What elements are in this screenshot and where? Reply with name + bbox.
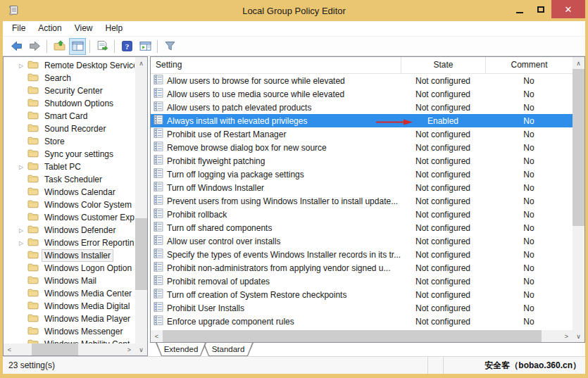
- folder-icon: [27, 339, 39, 344]
- tree-item[interactable]: ▷ Search: [4, 72, 135, 84]
- policy-row[interactable]: Prohibit use of Restart Manager Not conf…: [151, 127, 573, 141]
- tree-hscroll-thumb[interactable]: [32, 344, 78, 355]
- tree-item[interactable]: ▷ Sound Recorder: [4, 122, 135, 135]
- filter-button[interactable]: [161, 38, 178, 55]
- menu-item[interactable]: View: [68, 21, 99, 36]
- policy-row[interactable]: Turn off creation of System Restore chec…: [151, 288, 573, 301]
- policy-row[interactable]: Prohibit flyweight patching Not configur…: [151, 154, 573, 168]
- column-header-state[interactable]: State: [401, 57, 485, 73]
- tree-item[interactable]: ▷ Windows Media Digital: [4, 300, 135, 313]
- close-button[interactable]: ✕: [551, 0, 585, 18]
- list-vscroll-thumb[interactable]: [573, 69, 584, 226]
- policy-row[interactable]: Turn off shared components Not configure…: [151, 221, 573, 234]
- tree-item[interactable]: ▷ Windows Color System: [4, 199, 135, 211]
- tree-item[interactable]: ▷ Remote Desktop Service: [4, 59, 135, 72]
- tree-item[interactable]: ▷ Task Scheduler: [4, 173, 135, 186]
- list-header: Setting State Comment: [151, 57, 573, 74]
- tree-item[interactable]: ▷ Windows Installer: [4, 249, 135, 262]
- tree-item[interactable]: ▷ Windows Media Center: [4, 287, 135, 300]
- export-list-button[interactable]: [94, 38, 111, 55]
- tree-item[interactable]: ▷ Windows Mail: [4, 275, 135, 287]
- tree-item-label: Windows Logon Option: [44, 263, 132, 273]
- tree-horizontal-scrollbar[interactable]: < >: [4, 344, 135, 355]
- policy-setting-icon: [154, 302, 163, 314]
- policy-setting-icon: [154, 182, 163, 194]
- row-state: Not configured: [401, 103, 485, 113]
- scroll-right-icon[interactable]: >: [123, 344, 135, 355]
- view-tab[interactable]: Extended: [156, 343, 206, 356]
- policy-row[interactable]: Prohibit User Installs Not configured No: [151, 301, 573, 315]
- tree-item-label: Smart Card: [44, 111, 87, 121]
- list-hscroll-thumb[interactable]: [163, 330, 542, 342]
- scroll-up-icon[interactable]: ∧: [135, 57, 147, 69]
- list-horizontal-scrollbar[interactable]: < >: [151, 330, 573, 342]
- policy-row[interactable]: Allow users to patch elevated products N…: [151, 101, 573, 114]
- tree-item[interactable]: ▷ Windows Messenger: [4, 325, 135, 338]
- minimize-button[interactable]: [509, 0, 530, 18]
- policy-row[interactable]: Remove browse dialog box for new source …: [151, 141, 573, 154]
- tree-item[interactable]: ▷ Security Center: [4, 84, 135, 97]
- tree-item[interactable]: ▷ Windows Customer Exp: [4, 211, 135, 224]
- maximize-button[interactable]: [530, 0, 551, 18]
- up-one-level-button[interactable]: [51, 38, 68, 55]
- row-setting: Allow users to use media source while el…: [167, 89, 344, 99]
- show-console-tree-button[interactable]: [69, 38, 86, 55]
- scroll-left-icon[interactable]: <: [151, 330, 163, 342]
- policy-row[interactable]: Allow users to use media source while el…: [151, 87, 573, 101]
- tree-item[interactable]: ▷ Smart Card: [4, 110, 135, 122]
- column-header-comment[interactable]: Comment: [485, 57, 573, 73]
- row-setting: Remove browse dialog box for new source: [167, 143, 327, 153]
- policy-row[interactable]: Prohibit removal of updates Not configur…: [151, 275, 573, 288]
- policy-row[interactable]: Turn off Windows Installer Not configure…: [151, 181, 573, 194]
- row-comment: No: [485, 317, 573, 327]
- policy-row[interactable]: Enforce upgrade component rules Not conf…: [151, 315, 573, 328]
- policy-row[interactable]: Prevent users from using Windows Install…: [151, 194, 573, 208]
- policy-row[interactable]: Turn off logging via package settings No…: [151, 168, 573, 181]
- menu-item[interactable]: Help: [99, 21, 130, 36]
- tree-item[interactable]: ▷ Windows Logon Option: [4, 262, 135, 275]
- tree-item[interactable]: ▷ Windows Calendar: [4, 186, 135, 199]
- policy-row[interactable]: Allow user control over installs Not con…: [151, 234, 573, 248]
- show-action-pane-button[interactable]: [137, 38, 154, 55]
- tree-item-label: Windows Media Player: [44, 314, 130, 324]
- tree-item[interactable]: ▷ Store: [4, 135, 135, 148]
- menu-item[interactable]: Action: [32, 21, 68, 36]
- row-setting: Allow user control over installs: [167, 237, 280, 246]
- scroll-down-icon[interactable]: ∨: [573, 330, 584, 342]
- view-tab[interactable]: Standard: [203, 343, 254, 356]
- tree-vscroll-thumb[interactable]: [135, 218, 147, 290]
- policy-row[interactable]: Prohibit rollback Not configured No: [151, 208, 573, 221]
- help-button[interactable]: ?: [118, 38, 135, 55]
- policy-row[interactable]: Allow users to browse for source while e…: [151, 74, 573, 87]
- scroll-down-icon[interactable]: ∨: [135, 344, 147, 355]
- scroll-up-icon[interactable]: ∧: [573, 57, 584, 69]
- folder-icon: [27, 237, 39, 248]
- chevron-right-icon[interactable]: ▷: [19, 164, 27, 170]
- chevron-right-icon[interactable]: ▷: [19, 227, 27, 234]
- back-button[interactable]: [8, 38, 25, 55]
- folder-icon: [27, 225, 39, 236]
- tree-item[interactable]: ▷ Windows Error Reportin: [4, 237, 135, 249]
- tree-item[interactable]: ▷ Windows Media Player: [4, 313, 135, 325]
- policy-row[interactable]: Always install with elevated privileges …: [151, 114, 573, 127]
- menu-item[interactable]: File: [6, 21, 32, 36]
- show-action-pane-icon: [139, 40, 151, 52]
- policy-row[interactable]: Specify the types of events Windows Inst…: [151, 248, 573, 261]
- chevron-right-icon[interactable]: ▷: [19, 240, 27, 246]
- tree-item[interactable]: ▷ Windows Defender: [4, 224, 135, 237]
- tree-item[interactable]: ▷ Shutdown Options: [4, 97, 135, 110]
- forward-button[interactable]: [26, 38, 43, 55]
- scroll-left-icon[interactable]: <: [4, 344, 15, 355]
- tree-item[interactable]: ▷ Windows Mobility Cent: [4, 338, 135, 344]
- policy-row[interactable]: Prohibit non-administrators from applyin…: [151, 261, 573, 275]
- tree-item[interactable]: ▷ Sync your settings: [4, 148, 135, 160]
- tree-item[interactable]: ▷ Tablet PC: [4, 160, 135, 173]
- folder-icon: [27, 60, 39, 71]
- column-header-setting[interactable]: Setting: [151, 57, 401, 73]
- chevron-right-icon[interactable]: ▷: [19, 63, 27, 69]
- scroll-right-icon[interactable]: >: [561, 330, 573, 342]
- row-state: Not configured: [401, 143, 485, 153]
- row-comment: No: [485, 156, 573, 166]
- list-vertical-scrollbar[interactable]: ∧ ∨: [573, 57, 584, 342]
- tree-vertical-scrollbar[interactable]: ∧ ∨: [135, 57, 147, 355]
